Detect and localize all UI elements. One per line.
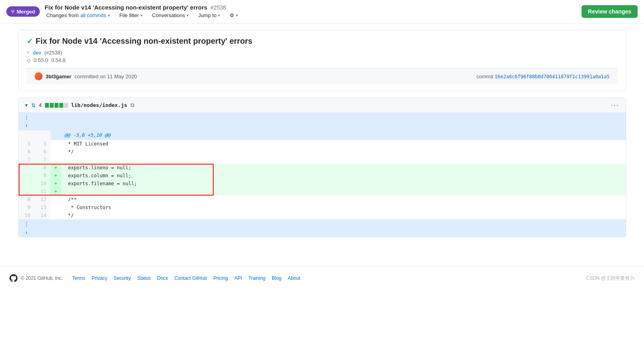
settings-dropdown[interactable]: ⚙ ▾ xyxy=(228,12,239,19)
diff-file-header-left: ▾ ⇅ 4 lib/nodes/index.js ⧉ xyxy=(25,102,134,108)
pr-title-area: Fix for Node v14 'Accessing non-existent… xyxy=(45,4,577,19)
old-line-num xyxy=(19,180,35,188)
footer-logo: © 2021 GitHub, Inc. xyxy=(10,274,63,282)
file-filter-dropdown[interactable]: File filter ▾ xyxy=(118,12,144,19)
main-content: ✓ Fix for Node v14 'Accessing non-existe… xyxy=(12,23,632,250)
line-sign: + xyxy=(51,188,61,196)
footer-link-about[interactable]: About xyxy=(288,275,300,281)
changes-from-dropdown[interactable]: Changes from all commits ▾ xyxy=(45,12,111,19)
footer-watermark: CSDN @王同学要努力 xyxy=(586,275,634,282)
line-code xyxy=(61,156,626,164)
footer-link-docs[interactable]: Docs xyxy=(157,275,168,281)
line-sign: + xyxy=(51,172,61,180)
merged-badge: ⑂ Merged xyxy=(6,6,40,17)
commit-label: commit xyxy=(477,74,493,79)
table-row: 10 14 */ xyxy=(19,211,626,219)
footer-link-status[interactable]: Status xyxy=(137,275,151,281)
footer-link-contact[interactable]: Contact GitHub xyxy=(174,275,207,281)
line-sign xyxy=(51,156,61,164)
footer-link-training[interactable]: Training xyxy=(248,275,265,281)
line-sign xyxy=(51,140,61,148)
line-sign: + xyxy=(51,180,61,188)
tag1: 0.55.0 xyxy=(34,57,48,63)
footer-link-blog[interactable]: Blog xyxy=(272,275,281,281)
pr-number: #2538 xyxy=(210,4,226,11)
diff-file-menu-icon[interactable]: ··· xyxy=(611,101,619,109)
branch-link[interactable]: dev xyxy=(33,50,41,56)
table-row-added-11: 11 + xyxy=(19,188,626,196)
merge-icon: ⑂ xyxy=(11,8,14,15)
review-changes-button[interactable]: Review changes xyxy=(582,5,638,18)
expand-row-top: ⋮↑ xyxy=(19,113,626,130)
table-row-added-9: 9 + exports.column = null; xyxy=(19,172,626,180)
new-line-num: 7 xyxy=(35,156,51,164)
diff-stat-icon xyxy=(45,103,68,108)
stat-block-2 xyxy=(50,103,54,108)
table-row: 5 5 * MIT Licensed xyxy=(19,140,626,148)
table-row: 9 13 * Constructors xyxy=(19,203,626,211)
table-row-added-10: 10 + exports.filename = null; xyxy=(19,180,626,188)
old-line-num: 5 xyxy=(19,140,35,148)
expand-dots-bottom[interactable]: ⋮↓ xyxy=(19,219,35,237)
diff-count: 4 xyxy=(39,102,42,108)
jump-to-chevron-icon: ▾ xyxy=(218,13,220,17)
file-filter-label: File filter xyxy=(119,12,139,18)
jump-to-dropdown[interactable]: Jump to ▾ xyxy=(197,12,222,19)
stat-block-4 xyxy=(59,103,63,108)
footer: © 2021 GitHub, Inc. Terms Privacy Securi… xyxy=(0,266,644,290)
copy-icon[interactable]: ⧉ xyxy=(130,102,134,108)
tag2: 0.54.8 xyxy=(51,57,66,63)
stat-block-5 xyxy=(64,103,68,108)
new-line-num: 6 xyxy=(35,148,51,156)
footer-link-privacy[interactable]: Privacy xyxy=(91,275,107,281)
footer-link-pricing[interactable]: Pricing xyxy=(213,275,228,281)
jump-to-label: Jump to xyxy=(198,12,216,18)
line-sign xyxy=(51,203,61,211)
line-code: */ xyxy=(61,211,626,219)
old-line-num: 7 xyxy=(19,156,35,164)
footer-link-api[interactable]: API xyxy=(234,275,242,281)
avatar-image xyxy=(35,72,43,80)
footer-link-security[interactable]: Security xyxy=(114,275,131,281)
line-code xyxy=(61,188,626,196)
changes-from-label: Changes from xyxy=(46,12,79,18)
footer-link-terms[interactable]: Terms xyxy=(72,275,86,281)
line-sign: + xyxy=(51,164,61,172)
old-line-num: 8 xyxy=(19,196,35,203)
new-line-num: 11 xyxy=(35,188,51,196)
line-sign xyxy=(51,196,61,203)
diff-table: ⋮↑ @@ -5,6 +5,10 @@ 5 5 xyxy=(19,113,626,237)
chevron-down-icon: ▾ xyxy=(25,102,28,108)
hunk-new-num xyxy=(35,130,51,140)
table-row: 7 7 xyxy=(19,156,626,164)
diff-file-header: ▾ ⇅ 4 lib/nodes/index.js ⧉ ··· xyxy=(19,98,626,113)
collapse-button[interactable]: ▾ xyxy=(25,102,28,108)
line-code: /** xyxy=(61,196,626,203)
hunk-old-num xyxy=(19,130,35,140)
pr-number-meta: (#2538) xyxy=(44,50,62,56)
new-line-num: 14 xyxy=(35,211,51,219)
github-logo-icon xyxy=(10,274,18,282)
hunk-header-text: @@ -5,6 +5,10 @@ xyxy=(61,130,626,140)
commit-date: committed on 11 May 2020 xyxy=(75,74,137,79)
diff-expand-icon[interactable]: ⇅ xyxy=(31,102,36,108)
line-code: exports.filename = null; xyxy=(61,180,626,188)
toolbar: ⑂ Merged Fix for Node v14 'Accessing non… xyxy=(0,0,644,23)
diff-content: ⋮↑ @@ -5,6 +5,10 @@ 5 5 xyxy=(19,113,626,237)
stat-block-3 xyxy=(54,103,58,108)
old-line-num xyxy=(19,172,35,180)
old-line-num: 10 xyxy=(19,211,35,219)
conversations-chevron-icon: ▾ xyxy=(187,13,189,17)
settings-chevron-icon: ▾ xyxy=(236,13,238,17)
pr-header-card: ✓ Fix for Node v14 'Accessing non-existe… xyxy=(18,30,626,91)
conversations-dropdown[interactable]: Conversations ▾ xyxy=(150,12,190,19)
footer-links: Terms Privacy Security Status Docs Conta… xyxy=(72,275,300,281)
line-code: * Constructors xyxy=(61,203,626,211)
line-code: * MIT Licensed xyxy=(61,140,626,148)
table-row: 8 12 /** xyxy=(19,196,626,203)
conversations-label: Conversations xyxy=(152,12,185,18)
pr-tags-row: ◇ 0.55.0 0.54.8 xyxy=(27,57,618,63)
all-commits-link[interactable]: all commits xyxy=(80,12,106,18)
expand-dots-top[interactable]: ⋮↑ xyxy=(19,113,35,130)
commit-hash-area: commit 16e2a6c6f96f80b0d700411879f1c1399… xyxy=(477,74,610,79)
